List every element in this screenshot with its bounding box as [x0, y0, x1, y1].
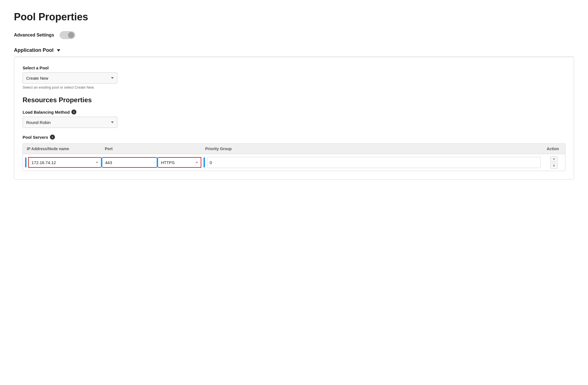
priority-blue-bar	[204, 157, 205, 167]
col-protocol-header	[157, 144, 201, 154]
ip-cell: 172.16.74.12	[23, 156, 101, 169]
priority-cell	[201, 156, 543, 169]
pool-servers-container: IP Address/Node name Port Priority Group…	[23, 143, 565, 171]
pool-selected-value: Create New	[26, 76, 48, 81]
load-balancing-dropdown[interactable]: Round Robin	[23, 117, 117, 128]
resources-properties-title: Resources Properties	[23, 96, 565, 104]
pool-dropdown-chevron-icon	[111, 77, 114, 79]
protocol-chevron-icon	[196, 162, 198, 163]
pool-servers-label: Pool Servers	[23, 135, 48, 140]
port-cell: 443	[101, 156, 157, 169]
col-priority-header: Priority Group	[201, 144, 543, 154]
advanced-settings-label: Advanced Settings	[14, 33, 54, 38]
action-cell: + ×	[543, 156, 565, 169]
load-balancing-chevron-icon	[111, 121, 114, 123]
application-pool-panel: Select a Pool Create New Select an exist…	[14, 57, 574, 180]
ip-dropdown-chevron-icon	[96, 162, 98, 163]
application-pool-title: Application Pool	[14, 47, 54, 53]
ip-blue-bar	[25, 157, 26, 167]
advanced-settings-toggle[interactable]	[60, 31, 75, 39]
load-balancing-selected: Round Robin	[26, 120, 51, 125]
page-title: Pool Properties	[14, 11, 574, 23]
pool-servers-info-icon[interactable]: i	[50, 135, 55, 140]
load-balancing-info-icon[interactable]: i	[71, 109, 76, 114]
remove-row-button[interactable]: ×	[550, 163, 558, 169]
col-port-header: Port	[101, 144, 157, 154]
pool-hint-text: Select an existing pool or select Create…	[23, 85, 565, 89]
col-ip-header: IP Address/Node name	[23, 144, 101, 154]
ip-address-value: 172.16.74.12	[32, 160, 56, 165]
col-action-header: Action	[543, 144, 565, 154]
add-row-button[interactable]: +	[550, 156, 558, 162]
pool-select-dropdown[interactable]: Create New	[23, 72, 117, 84]
protocol-cell: HTTPS	[157, 156, 201, 169]
load-balancing-label: Load Balancing Method	[23, 110, 70, 114]
toggle-knob	[68, 32, 74, 38]
priority-group-input[interactable]	[207, 157, 541, 168]
select-pool-label: Select a Pool	[23, 65, 565, 70]
port-value: 443	[105, 160, 112, 165]
protocol-value: HTTPS	[161, 160, 175, 165]
application-pool-chevron-icon	[57, 49, 60, 52]
table-header-row: IP Address/Node name Port Priority Group…	[23, 144, 565, 154]
table-row: 172.16.74.12 443 HTTPS	[23, 154, 565, 171]
